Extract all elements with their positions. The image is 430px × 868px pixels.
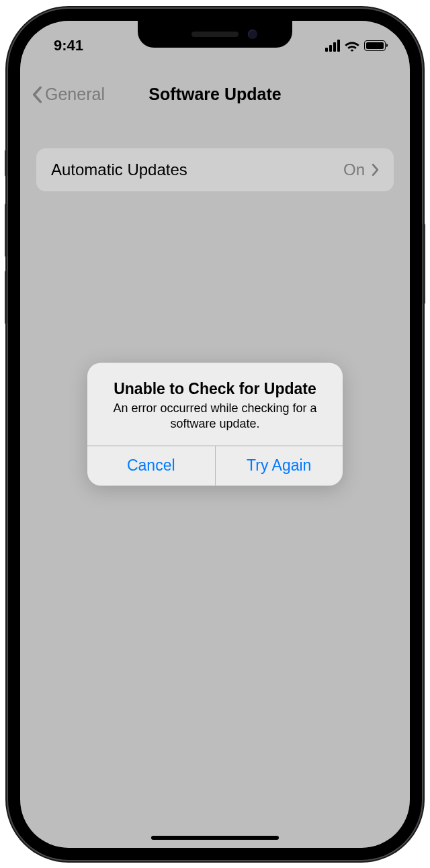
wifi-icon <box>345 40 359 52</box>
side-button-power <box>423 224 425 304</box>
back-button[interactable]: General <box>32 85 105 104</box>
row-accessory: On <box>343 160 379 179</box>
side-button-vol-down <box>5 271 7 324</box>
notch <box>138 21 292 48</box>
side-button-mute <box>5 150 7 177</box>
automatic-updates-row[interactable]: Automatic Updates On <box>36 148 394 191</box>
alert-message: An error occurred while checking for a s… <box>102 401 328 432</box>
side-button-vol-up <box>5 203 7 257</box>
cellular-icon <box>325 40 340 52</box>
chevron-right-icon <box>372 163 379 177</box>
cancel-button[interactable]: Cancel <box>87 446 216 486</box>
phone-frame: 9:41 General Software Update <box>8 9 422 860</box>
alert-dialog: Unable to Check for Update An error occu… <box>87 363 343 486</box>
row-label: Automatic Updates <box>51 160 187 179</box>
row-value: On <box>343 160 365 179</box>
status-time: 9:41 <box>43 37 83 54</box>
alert-body: Unable to Check for Update An error occu… <box>87 363 343 446</box>
front-camera <box>248 30 257 39</box>
try-again-button[interactable]: Try Again <box>216 446 343 486</box>
screen: 9:41 General Software Update <box>20 21 410 848</box>
home-indicator[interactable] <box>151 836 279 840</box>
status-right <box>325 40 387 52</box>
alert-buttons: Cancel Try Again <box>87 446 343 486</box>
battery-icon <box>364 40 386 51</box>
back-label: General <box>45 85 105 104</box>
navigation-bar: General Software Update <box>20 75 410 115</box>
content-area: Automatic Updates On <box>36 148 394 191</box>
alert-title: Unable to Check for Update <box>102 380 328 398</box>
chevron-left-icon <box>32 86 42 103</box>
speaker-grille <box>191 32 239 37</box>
